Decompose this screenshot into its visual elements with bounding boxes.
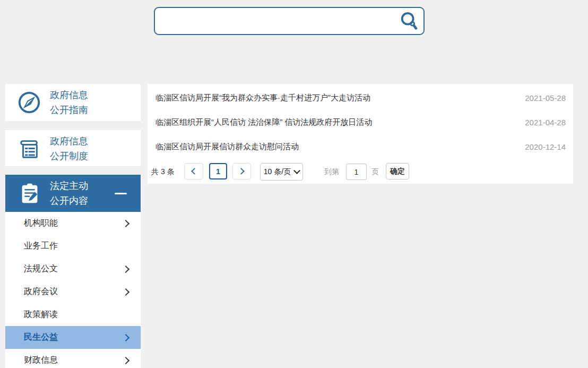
list-item-title[interactable]: 临淄区组织开展“人民信访 法治保障” 信访法规政府开放日活动 <box>155 117 372 127</box>
list-item[interactable]: 临淄区组织开展“人民信访 法治保障” 信访法规政府开放日活动 2021-04-2… <box>148 110 573 134</box>
search-input[interactable] <box>160 10 396 32</box>
total-count-label: 共 3 条 <box>151 162 175 181</box>
sidebar-item-government-meetings[interactable]: 政府会议 <box>5 280 141 303</box>
compass-icon <box>17 90 41 115</box>
list-item-title[interactable]: 临淄区信访局开展信访群众走访慰问活动 <box>155 142 299 152</box>
sidebar-item-organization[interactable]: 机构职能 <box>5 212 141 235</box>
sidebar-item-business-work[interactable]: 业务工作 <box>5 235 141 258</box>
list-item-date: 2020-12-14 <box>525 142 566 151</box>
sidebar-card-label: 政府信息 公开指南 <box>50 88 88 117</box>
goto-page-input[interactable] <box>346 164 367 180</box>
goto-page-suffix-label: 页 <box>371 162 379 181</box>
search-box <box>154 7 425 35</box>
list-item[interactable]: 临淄区信访局开展信访群众走访慰问活动 2020-12-14 <box>148 134 573 159</box>
sidebar-section-label: 法定主动 公开内容 <box>50 178 88 208</box>
collapse-minus-icon[interactable] <box>115 193 127 194</box>
chevron-right-icon <box>122 357 129 364</box>
chevron-left-icon <box>191 168 198 175</box>
sidebar-submenu: 机构职能 业务工作 法规公文 政府会议 政策解读 民生公益 财政信息 <box>5 212 141 368</box>
chevron-right-icon <box>122 266 129 273</box>
sidebar-item-policy-interpretation[interactable]: 政策解读 <box>5 303 141 326</box>
page-size-select[interactable]: 10 条/页 <box>260 163 303 181</box>
sidebar-card-info-guide[interactable]: 政府信息 公开指南 <box>5 84 141 121</box>
list-item-date: 2021-04-28 <box>525 118 566 127</box>
chevron-down-icon <box>293 167 300 174</box>
list-item[interactable]: 临淄区信访局开展“我为群众办实事·走千村进万户”大走访活动 2021-05-28 <box>148 85 573 110</box>
news-rows: 临淄区信访局开展“我为群众办实事·走千村进万户”大走访活动 2021-05-28… <box>148 84 573 159</box>
sidebar-item-regulations[interactable]: 法规公文 <box>5 258 141 280</box>
sidebar-item-livelihood[interactable]: 民生公益 <box>5 326 141 349</box>
page: 政府信息 公开指南 政府信息 公开制度 <box>0 0 588 368</box>
next-page-button[interactable] <box>232 163 251 179</box>
sidebar-section-legal-disclosure[interactable]: 法定主动 公开内容 <box>5 175 141 212</box>
sidebar-item-finance[interactable]: 财政信息 <box>5 349 141 368</box>
list-item-date: 2021-05-28 <box>525 93 566 102</box>
chevron-right-icon <box>122 220 129 227</box>
page-size-value: 10 条/页 <box>264 167 291 177</box>
confirm-button[interactable]: 确定 <box>386 163 409 179</box>
clipboard-pencil-icon <box>18 181 42 206</box>
current-page-button[interactable]: 1 <box>209 163 227 179</box>
chevron-right-icon <box>122 334 129 341</box>
sidebar-card-info-system[interactable]: 政府信息 公开制度 <box>5 130 141 166</box>
book-icon <box>17 136 41 161</box>
goto-page-prefix-label: 到第 <box>324 162 339 181</box>
news-list-panel: 临淄区信访局开展“我为群众办实事·走千村进万户”大走访活动 2021-05-28… <box>148 84 573 184</box>
prev-page-button[interactable] <box>184 163 203 179</box>
search-icon[interactable] <box>399 11 419 31</box>
sidebar-card-label: 政府信息 公开制度 <box>50 134 88 164</box>
chevron-right-icon <box>238 168 245 175</box>
list-item-title[interactable]: 临淄区信访局开展“我为群众办实事·走千村进万户”大走访活动 <box>155 93 370 103</box>
pagination: 共 3 条 1 10 条/页 到第 页 确定 <box>148 162 573 181</box>
chevron-right-icon <box>122 288 129 296</box>
